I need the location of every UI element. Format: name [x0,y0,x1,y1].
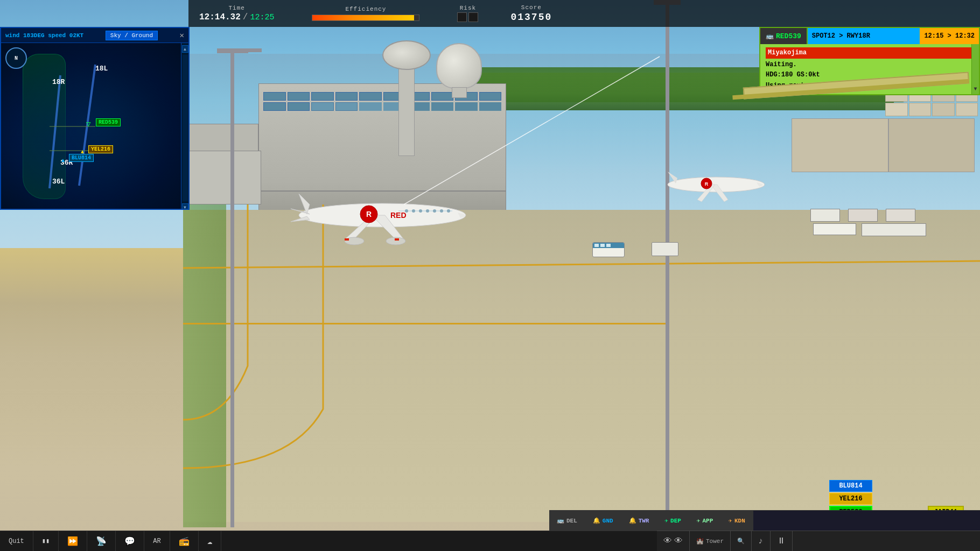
terminal-windows [259,84,506,119]
compass: N [5,47,27,69]
quit-button[interactable]: Quit [0,531,33,551]
chat-button[interactable]: 💬 [116,531,144,551]
airplane-red539-svg: R RED [291,183,474,248]
weather-button[interactable]: ☁ [199,531,222,551]
atc-dep-button[interactable]: ✈ DEP [657,511,689,531]
twr-icon: 🔔 [629,517,636,524]
container [885,103,908,116]
airplane-secondary: R [662,164,770,207]
atc-gnd-button[interactable]: 🔔 GND [585,511,621,531]
light-pole-1 [230,48,234,527]
radar-aircraft-blu814[interactable]: ▲ BLU814 [61,155,65,165]
score-value: 013750 [510,12,552,23]
hud-time-value: 12:14.32 / 12:25 [199,12,274,22]
airplane-secondary-svg: R [662,164,770,207]
time-current: 12:14.32 [199,12,241,22]
hud-score-label: Score [521,4,542,11]
runway-label-36l: 36L [52,178,65,186]
terminal-window [263,102,286,111]
aircraft-icon: 🚌 [766,32,774,40]
terminal-window [288,92,310,101]
app-icon: ✈ [697,517,701,524]
efficiency-bar-container [312,15,419,21]
scroll-down-button[interactable]: ▼ [182,203,188,210]
terminal-window [479,92,502,101]
control-tower-top [382,40,431,70]
hud-time-section: Time 12:14.32 / 12:25 [199,5,274,22]
runway-label-18l: 18L [95,65,108,73]
risk-boxes [457,12,478,22]
radar-aircraft-red539[interactable]: ▽ RED539 [86,119,90,129]
atc-kdn-button[interactable]: ✈ KDN [721,511,753,531]
info-status1: Waiting. [766,60,974,70]
svg-rect-6 [345,238,349,241]
terminal-window [431,92,454,101]
svg-point-10 [412,209,415,213]
radar-blu-marker: ▲ [61,158,65,164]
radar-close-button[interactable]: ✕ [180,31,184,40]
aircraft-tag-yel216[interactable]: YEL216 [829,493,872,505]
atc-twr-button[interactable]: 🔔 TWR [621,511,657,531]
del-label: DEL [566,518,577,524]
atc-del-button[interactable]: 🚌 DEL [549,511,585,531]
time-target: 12:25 [250,13,274,22]
pole-arm [235,48,262,52]
svg-text:RED: RED [390,211,407,220]
svg-rect-7 [395,238,399,241]
efficiency-bar-fill [312,15,414,20]
radar-panel[interactable]: wind 183DEG speed 02KT Sky / Ground ✕ 18… [0,27,190,210]
atc-voice-button[interactable]: 📡 [87,531,116,551]
radar-runways-svg [1,43,188,210]
pause-button[interactable]: ▮▮ [33,531,59,551]
music-icon: ♪ [758,536,764,546]
container [932,103,955,116]
top-hud: Time 12:14.32 / 12:25 Efficiency Risk Sc… [188,0,980,27]
info-scrollbar[interactable]: ▼ [971,44,979,94]
airplane-red539[interactable]: R RED [291,183,474,248]
bus-right [813,223,856,235]
info-scroll-arrow[interactable]: ▼ [974,86,977,92]
gnd-icon: 🔔 [593,517,600,524]
svg-text:R: R [366,210,372,218]
terminal-window [455,102,478,111]
info-location: Miyakojima [766,47,974,59]
search-button[interactable]: 🔍 [731,531,752,551]
terminal-window [311,92,334,101]
aircraft-tag-blu814[interactable]: BLU814 [829,480,872,492]
ar-label: AR [153,538,160,545]
svg-point-14 [440,209,443,213]
binoculars-button[interactable]: 👁 👁 [657,531,690,551]
time-separator: / [243,12,248,22]
music-button[interactable]: ♪ [752,531,771,551]
ar-button[interactable]: AR [144,531,170,551]
radar-scrollbar[interactable]: ▲ ▼ [181,43,188,210]
sky-ground-button[interactable]: Sky / Ground [106,31,158,40]
pause-game-button[interactable]: ⏸ [771,531,793,551]
terminal-window [288,102,310,111]
radar-label-yel216: YEL216 [88,145,113,153]
scroll-track [183,55,188,201]
app-label: APP [703,518,713,524]
radar-label-blu814: BLU814 [69,154,94,162]
terminal-window [335,102,358,111]
radar-map[interactable]: 18L 18R 36R 36L N ▽ RED539 ▲ YEL216 ▲ BL… [1,43,188,210]
small-building-2 [186,151,261,204]
radio-button[interactable]: 📻 [170,531,199,551]
atc-app-button[interactable]: ✈ APP [689,511,721,531]
dep-label: DEP [670,518,681,524]
hud-time-label: Time [229,5,245,11]
taxi-arc-svg [183,204,452,527]
svg-point-9 [405,209,408,213]
terminal-window [335,92,358,101]
atc-voice-icon: 📡 [96,536,107,547]
risk-box-1 [457,12,467,22]
speed-button[interactable]: ⏩ [59,531,87,551]
tower-view-button[interactable]: 🏰 Tower [690,531,731,551]
chat-icon: 💬 [124,536,135,547]
wind-info: wind 183DEG speed 02KT [5,32,83,39]
truck-3 [886,209,915,222]
container [956,103,978,116]
binoculars-icon-2: 👁 [674,536,683,546]
svg-line-21 [50,75,60,188]
scroll-up-button[interactable]: ▲ [182,45,188,53]
